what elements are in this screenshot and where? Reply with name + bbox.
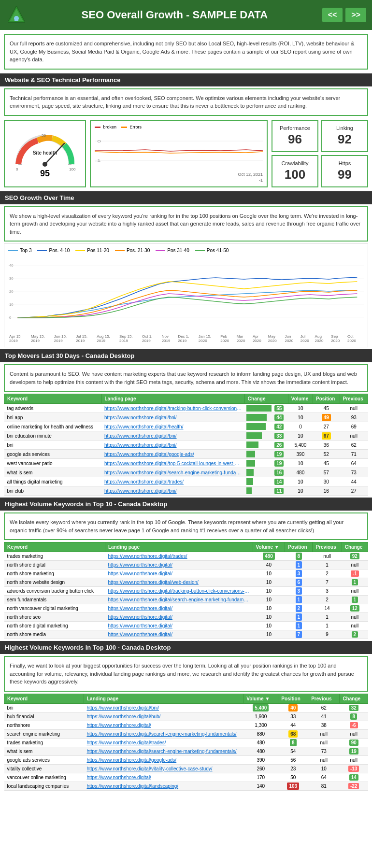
previous-cell: 1 [313, 561, 342, 569]
previous-cell: 3 [313, 587, 342, 596]
position-cell: 52 [313, 450, 340, 459]
growth-section-title: SEO Growth Over Time [5, 194, 74, 201]
legend-pos21-label: Pos. 21-30 [127, 248, 150, 253]
url-cell[interactable]: https://www.northshore.digital/ [105, 604, 253, 613]
volume-cell: 10 [288, 477, 313, 486]
change-cell: -13 [340, 764, 368, 773]
url-cell[interactable]: https://www.northshore.digital/ [105, 613, 253, 622]
change-bar-cell [244, 413, 273, 422]
previous-cell: 41 [308, 712, 340, 721]
volume-cell: 10 [288, 486, 313, 496]
top100-section-header: Highest Volume Keywords in Top 100 - Can… [0, 641, 372, 654]
change-bar-cell [244, 422, 273, 431]
col-position: Position [285, 542, 313, 552]
url-cell[interactable]: https://www.northshore.digital/google-ad… [101, 450, 244, 459]
keyword-cell: north shore website design [4, 578, 105, 587]
table-row: north shore digital https://www.northsho… [4, 561, 368, 569]
keyword-cell: google ads services [4, 755, 84, 764]
url-cell[interactable]: https://www.northshore.digital/bni/ [101, 431, 244, 441]
url-cell[interactable]: https://www.northshore.digital/hub/ [84, 712, 243, 721]
url-cell[interactable]: https://www.northshore.digital/search-en… [101, 468, 244, 477]
url-cell[interactable]: https://www.northshore.digital/health/ [101, 422, 244, 431]
broken-legend: broken [95, 125, 116, 129]
nav-next-button[interactable]: >> [345, 8, 366, 22]
change-cell: 19 [273, 459, 288, 468]
change-cell: null [342, 622, 368, 630]
col-change: Change [342, 542, 368, 552]
kpi-linking: Linking 92 [321, 120, 368, 152]
url-cell[interactable]: https://www.northshore.digital/ [84, 721, 243, 729]
url-cell[interactable]: https://www.northshore.digital/trades/ [84, 738, 243, 747]
change-cell: null [340, 729, 368, 738]
table-row: google ads services https://www.northsho… [4, 755, 368, 764]
volume-cell: 40 [253, 561, 285, 569]
growth-chart-svg: 40 30 20 10 0 [8, 256, 364, 333]
table-row: online marketing for health and wellness… [4, 422, 368, 431]
table-row: north shore digital marketing https://ww… [4, 622, 368, 630]
kpi-linking-value: 92 [338, 132, 352, 147]
keyword-cell: north vancouver digital marketing [4, 604, 105, 613]
keyword-cell: local landscaping companies [4, 782, 84, 790]
position-cell: 1 [285, 622, 313, 630]
top-movers-description-text: Content is paramount to SEO. We have con… [10, 371, 357, 385]
change-cell: null [340, 755, 368, 764]
col-keyword: Keyword [4, 542, 105, 552]
url-cell[interactable]: https://www.northshore.digital/bni/ [84, 703, 243, 712]
table-row: trades marketing https://www.northshore.… [4, 738, 368, 747]
url-cell[interactable]: https://www.northshore.digital/tracking-… [101, 404, 244, 413]
top-movers-title: Top Movers Last 30 Days - Canada Desktop [5, 352, 135, 359]
url-cell[interactable]: https://www.northshore.digital/ [84, 773, 243, 782]
kpi-https-value: 99 [338, 167, 352, 182]
volume-cell: 140 [243, 782, 278, 790]
keyword-cell: north shore digital marketing [4, 622, 105, 630]
previous-cell: 71 [340, 450, 368, 459]
url-cell[interactable]: https://www.northshore.digital/search-en… [84, 747, 243, 755]
table-row: local landscaping companies https://www.… [4, 782, 368, 790]
page-title: SEO Overall Growth - SAMPLE DATA [27, 9, 322, 21]
url-cell[interactable]: https://www.northshore.digital/google-ad… [84, 755, 243, 764]
url-cell[interactable]: https://www.northshore.digital/search-en… [84, 729, 243, 738]
url-cell[interactable]: https://www.northshore.digital/search-en… [105, 596, 253, 604]
change-cell: -6 [340, 721, 368, 729]
nav-buttons: << >> [322, 8, 366, 22]
url-cell[interactable]: https://www.northshore.digital/bni/ [101, 486, 244, 496]
col-volume: Volume ▼ [243, 694, 278, 703]
previous-cell: 9 [313, 630, 342, 639]
keyword-cell: northshore [4, 721, 84, 729]
change-cell: -1 [342, 569, 368, 578]
table-row: adwords conversion tracking button click… [4, 587, 368, 596]
url-cell[interactable]: https://www.northshore.digital/bni/ [101, 413, 244, 422]
url-cell[interactable]: https://www.northshore.digital/landscapi… [84, 782, 243, 790]
kpi-grid: Performance 96 Linking 92 Crawlability 1… [272, 120, 368, 187]
url-cell[interactable]: https://www.northshore.digital/tracking-… [105, 587, 253, 596]
top100-description: Finally, we want to look at your biggest… [4, 656, 368, 692]
url-cell[interactable]: https://www.northshore.digital/bni/ [101, 441, 244, 450]
url-cell[interactable]: https://www.northshore.digital/ [105, 630, 253, 639]
previous-cell: null [308, 729, 340, 738]
legend-pos21-line [115, 250, 125, 251]
volume-cell: 480 [243, 738, 278, 747]
keyword-cell: sem fundamentals [4, 596, 105, 604]
position-cell: 45 [313, 404, 340, 413]
url-cell[interactable]: https://www.northshore.digital/trades/ [101, 477, 244, 486]
url-cell[interactable]: https://www.northshore.digital/ [105, 561, 253, 569]
volume-cell: 260 [243, 764, 278, 773]
nav-prev-button[interactable]: << [322, 8, 343, 22]
col-previous: Previous [340, 394, 368, 404]
url-cell[interactable]: https://www.northshore.digital/vitality-… [84, 764, 243, 773]
url-cell[interactable]: https://www.northshore.digital/ [105, 569, 253, 578]
legend-pos41-line [195, 250, 205, 251]
url-cell[interactable]: https://www.northshore.digital/ [105, 622, 253, 630]
col-landing: Landing page [84, 694, 243, 703]
change-cell: 1 [342, 596, 368, 604]
position-cell: 8 [285, 552, 313, 561]
url-cell[interactable]: https://www.northshore.digital/top-5-coc… [101, 459, 244, 468]
url-cell[interactable]: https://www.northshore.digital/trades/ [105, 552, 253, 561]
change-bar-cell [244, 468, 273, 477]
url-cell[interactable]: https://www.northshore.digital/web-desig… [105, 578, 253, 587]
kpi-crawlability: Crawlability 100 [272, 155, 318, 187]
top-movers-table: Keyword Landing page Change Volume Posit… [4, 394, 368, 496]
position-cell: 23 [278, 764, 308, 773]
previous-cell: 38 [308, 721, 340, 729]
change-cell: 55 [273, 404, 288, 413]
